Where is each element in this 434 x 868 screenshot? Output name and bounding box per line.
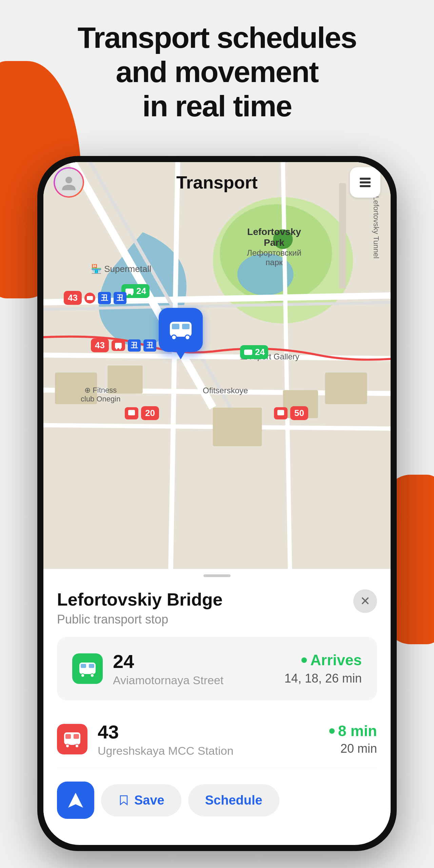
route-43-destination: Ugreshskaya MCC Station <box>98 744 234 757</box>
svg-rect-16 <box>172 324 179 329</box>
svg-rect-28 <box>244 350 252 355</box>
route-24-icon <box>72 653 103 684</box>
svg-point-39 <box>66 744 69 748</box>
svg-rect-13 <box>360 181 371 183</box>
svg-rect-24 <box>87 296 93 300</box>
minutes-label-43: 8 min <box>329 723 377 739</box>
arrives-times: 14, 18, 26 min <box>284 671 362 686</box>
map-background <box>43 162 391 569</box>
minutes-text-43: 8 min <box>338 723 377 739</box>
svg-rect-32 <box>81 664 86 668</box>
stop-type: Public transport stop <box>57 612 222 627</box>
marker-50-red[interactable]: 50 <box>274 406 308 420</box>
bus-icon-24 <box>77 658 98 679</box>
svg-rect-25 <box>115 343 122 348</box>
active-bus-marker[interactable] <box>159 308 203 352</box>
svg-rect-6 <box>213 408 262 446</box>
svg-rect-21 <box>125 289 134 294</box>
marker-43-red-mid[interactable]: 43 丑 丑 <box>91 338 156 352</box>
tram-icon2 <box>127 409 136 417</box>
save-button[interactable]: Save <box>101 784 181 816</box>
svg-rect-37 <box>65 734 71 739</box>
phone-screen: Transport <box>43 162 391 845</box>
svg-point-19 <box>185 335 190 340</box>
header-section: Transport schedules and movement in real… <box>0 20 434 123</box>
minutes-sub-43: 20 min <box>329 742 377 756</box>
svg-rect-33 <box>89 664 94 668</box>
svg-point-18 <box>172 335 176 340</box>
drag-indicator <box>203 574 231 577</box>
arrives-label: Arrives <box>284 652 362 669</box>
action-bar: Save Schedule <box>57 768 377 819</box>
fitness-label: ⊕ Fitness club Onegin <box>81 386 120 403</box>
bottom-sheet: Lefortovskiy Bridge Public transport sto… <box>43 574 391 832</box>
svg-point-27 <box>119 348 121 349</box>
schedule-button[interactable]: Schedule <box>188 784 279 816</box>
bookmark-icon <box>118 794 130 806</box>
bus-small-icon2 <box>243 348 253 357</box>
lefortovsky-park-label: Lefortovsky Park Лефортовский парк <box>247 226 301 267</box>
svg-rect-29 <box>128 410 135 415</box>
map-area[interactable]: Transport <box>43 162 391 569</box>
route-card-43[interactable]: 43 Ugreshskaya MCC Station 8 min 20 min <box>57 711 377 768</box>
svg-point-26 <box>116 348 117 349</box>
svg-point-23 <box>131 293 133 295</box>
nav-icon <box>65 790 86 810</box>
map-layers-button[interactable] <box>350 167 380 198</box>
person-icon <box>60 174 77 191</box>
schedule-label: Schedule <box>205 793 262 808</box>
tram-icon-43 <box>62 729 82 749</box>
svg-rect-38 <box>74 734 79 739</box>
marker-24-green-right[interactable]: 24 <box>240 345 268 359</box>
tram-icon3 <box>277 409 285 417</box>
map-title: Transport <box>176 172 258 193</box>
stop-name: Lefortovskiy Bridge <box>57 589 222 610</box>
bus-icon-active <box>167 316 194 343</box>
svg-point-11 <box>65 177 72 183</box>
navigation-button[interactable] <box>57 782 94 819</box>
ofitserskoye-label: Ofitserskoye <box>203 386 248 395</box>
svg-rect-30 <box>277 410 284 415</box>
supermetall-label: 🏪 Supermetall <box>91 264 151 274</box>
bus-tiny-icon <box>86 295 93 301</box>
route-43-number: 43 <box>98 721 234 743</box>
map-header: Transport <box>43 162 391 203</box>
stop-header: Lefortovskiy Bridge Public transport sto… <box>57 583 377 637</box>
svg-rect-8 <box>325 373 367 404</box>
tram-icon <box>114 341 122 350</box>
save-label: Save <box>134 793 164 808</box>
svg-rect-12 <box>360 178 371 180</box>
svg-rect-17 <box>182 324 190 329</box>
svg-rect-20 <box>170 329 192 331</box>
minutes-dot-43 <box>329 728 335 734</box>
svg-rect-14 <box>360 185 371 187</box>
avatar[interactable] <box>54 167 84 198</box>
main-title: Transport schedules and movement in real… <box>0 20 434 123</box>
marker-43-red-left[interactable]: 43 丑 丑 <box>64 291 126 305</box>
layers-icon <box>357 174 373 191</box>
route-43-icon <box>57 724 87 754</box>
route-card-24[interactable]: 24 Aviamotornaya Street Arrives 14, 18, … <box>57 637 377 701</box>
marker-20-red[interactable]: 20 <box>125 406 159 420</box>
svg-rect-41 <box>70 744 74 745</box>
tunnel-label: Lefortovsky Tunnel <box>372 196 380 259</box>
route-24-number: 24 <box>113 650 223 672</box>
arrives-text: Arrives <box>310 652 362 669</box>
close-button[interactable]: ✕ <box>353 589 377 613</box>
phone-frame: Transport <box>37 156 397 851</box>
route-24-destination: Aviamotornaya Street <box>113 674 223 687</box>
svg-point-40 <box>75 744 79 748</box>
arrives-dot <box>301 657 307 663</box>
svg-point-34 <box>81 674 84 677</box>
svg-point-35 <box>91 674 94 677</box>
